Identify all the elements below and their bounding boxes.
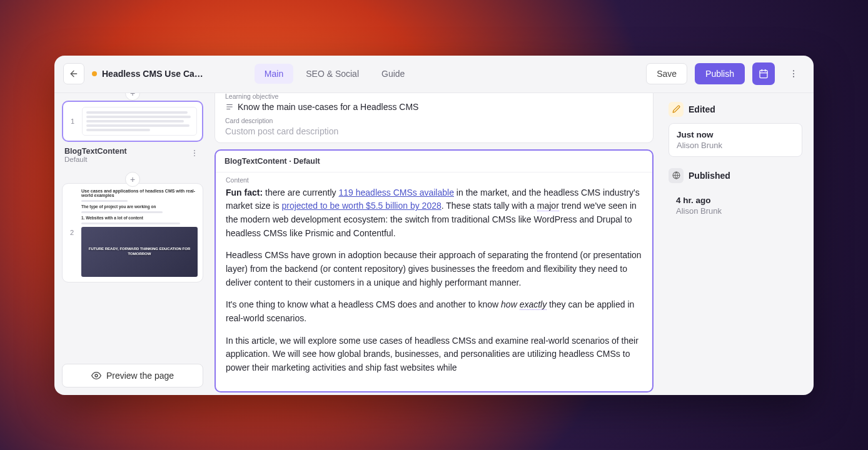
globe-icon (669, 168, 684, 183)
svg-point-5 (793, 70, 794, 71)
learning-objective-field[interactable]: Learning objective Know the main use-cas… (215, 93, 653, 113)
history-panel: Edited Just now Alison Brunk Published 4… (657, 93, 814, 395)
svg-point-10 (194, 155, 195, 156)
svg-point-6 (793, 73, 794, 74)
content-body[interactable]: Content Fun fact: there are currently 11… (216, 172, 652, 391)
status-edited: Edited (669, 102, 802, 117)
preview-page-button[interactable]: Preview the page (62, 364, 203, 388)
topbar: Headless CMS Use Ca… Main SEO & Social G… (54, 56, 814, 93)
add-slice-middle-button[interactable]: + (125, 172, 140, 187)
editor-panel: Learning objective Know the main use-cas… (211, 93, 657, 395)
more-menu-button[interactable] (782, 62, 805, 85)
history-author: Alison Brunk (676, 206, 795, 216)
history-author: Alison Brunk (677, 141, 794, 150)
tab-main[interactable]: Main (255, 64, 293, 84)
eye-icon (91, 371, 101, 381)
svg-point-7 (793, 76, 794, 78)
tabs: Main SEO & Social Guide (255, 64, 415, 84)
preview-image: FUTURE READY, FORWARD THINKING EDUCATION… (81, 227, 198, 277)
slice-meta-1: BlogTextContent Default (62, 147, 203, 163)
slice-index: 2 (68, 189, 76, 277)
rich-text-content[interactable]: Fun fact: there are currently 119 headle… (226, 186, 642, 375)
calendar-icon (759, 69, 769, 79)
slices-panel: + 1 BlogTextContent Default (54, 93, 211, 395)
slice-index: 1 (68, 107, 77, 136)
slice-name: BlogTextContent (64, 147, 127, 156)
tab-guide[interactable]: Guide (371, 64, 415, 84)
meta-card: Learning objective Know the main use-cas… (214, 93, 654, 143)
card-description-field[interactable]: Card description Custom post card descri… (215, 113, 653, 138)
arrow-left-icon (69, 69, 79, 79)
status-label: Edited (689, 104, 715, 114)
card-description-placeholder: Custom post card description (225, 124, 643, 136)
main-area: + 1 BlogTextContent Default (54, 93, 814, 395)
save-button[interactable]: Save (646, 63, 687, 84)
dots-vertical-icon (190, 149, 199, 158)
history-time: 4 hr. ago (676, 196, 795, 205)
page-title: Headless CMS Use Ca… (92, 69, 203, 79)
field-label: Learning objective (225, 93, 643, 100)
link-market-size[interactable]: projected to be worth $5.5 billion by 20… (281, 201, 441, 211)
underline-major: major (537, 201, 559, 211)
status-label: Published (689, 171, 730, 181)
history-time: Just now (677, 130, 794, 139)
slice-preview (82, 107, 197, 136)
back-button[interactable] (63, 63, 84, 84)
page-title-text: Headless CMS Use Ca… (102, 69, 203, 79)
tab-seo-social[interactable]: SEO & Social (296, 64, 369, 84)
list-icon (225, 102, 234, 111)
slice-preview: Use cases and applications of headless C… (81, 189, 198, 277)
dots-vertical-icon (789, 69, 799, 79)
slice-card-1[interactable]: 1 (62, 101, 203, 142)
pencil-icon (669, 102, 684, 117)
svg-rect-1 (760, 71, 767, 78)
slice-variant: Default (64, 156, 127, 163)
svg-point-11 (95, 374, 98, 377)
add-slice-top-button[interactable]: + (125, 93, 140, 101)
content-block-header: BlogTextContent · Default (216, 151, 652, 172)
status-dot-icon (92, 71, 97, 76)
preview-button-label: Preview the page (106, 371, 174, 381)
history-entry-edited[interactable]: Just now Alison Brunk (669, 123, 802, 157)
learning-objective-value: Know the main use-cases for a Headless C… (238, 102, 418, 112)
slice-more-button[interactable] (188, 147, 201, 159)
content-label: Content (226, 176, 642, 184)
schedule-button[interactable] (752, 62, 775, 85)
content-block: BlogTextContent · Default Content Fun fa… (214, 149, 654, 392)
svg-point-8 (194, 149, 195, 151)
publish-button[interactable]: Publish (695, 63, 745, 84)
status-published: Published (669, 168, 802, 183)
link-headless-cms-count[interactable]: 119 headless CMSs available (339, 188, 454, 198)
svg-point-9 (194, 152, 195, 154)
slice-card-2[interactable]: 2 Use cases and applications of headless… (62, 183, 203, 282)
history-entry-published[interactable]: 4 hr. ago Alison Brunk (669, 189, 802, 222)
field-label: Card description (225, 117, 643, 124)
app-window: Headless CMS Use Ca… Main SEO & Social G… (54, 56, 814, 395)
